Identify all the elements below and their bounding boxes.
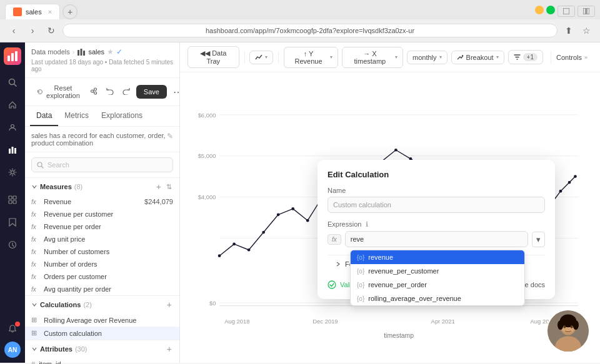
search-box: Search [25,152,179,178]
sidebar-data-icon[interactable] [2,140,22,160]
attr-item-id[interactable]: # item_id ··· [25,358,179,364]
save-button[interactable]: Save [136,85,167,99]
reset-exploration-button[interactable]: Reset exploration [35,82,84,102]
expression-input[interactable] [345,231,528,247]
controls-button[interactable]: Controls » [551,51,592,64]
ac-label: revenue_per_customer [368,267,439,275]
ac-icon: {o} [357,254,364,261]
user-avatar-icon[interactable]: AN [4,342,21,358]
tab-explorations[interactable]: Explorations [95,106,149,126]
measures-header[interactable]: Measures (8) + ⇅ [25,178,179,195]
filter-button[interactable]: +1 [508,50,543,64]
expression-dropdown-button[interactable]: ▾ [532,232,545,247]
breakout-icon [457,54,464,61]
add-calculation-button[interactable]: + [166,300,173,310]
sidebar-notification-icon[interactable] [2,319,22,339]
ac-icon: {o} [357,282,364,288]
calculations-section: Calculations (2) + ⊞ Rolling Average ove… [25,296,179,340]
x-axis-button[interactable]: → X timestamp ▾ [342,47,403,68]
autocomplete-item-rpc[interactable]: {o} revenue_per_customer [351,264,524,278]
new-tab-button[interactable]: + [62,4,78,19]
autocomplete-item-revenue[interactable]: {o} revenue [351,250,524,264]
sidebar-history-icon[interactable] [2,235,22,255]
add-measure-button[interactable]: + [155,182,162,192]
chevron-down-icon [31,302,38,308]
undo-icon [106,87,114,95]
browser-nav: ‹ › ↻ hashboard.com/app/m/7oxkmcoogfp-2d… [0,19,600,42]
star-icon[interactable]: ★ [107,47,114,56]
bookmark-nav-icon[interactable]: ☆ [579,23,594,38]
breadcrumb-arrow: › [72,48,75,56]
window-icon[interactable] [558,6,575,17]
measure-item-revenue[interactable]: fx Revenue $244,079 ··· [25,195,179,208]
svg-point-23 [94,92,96,94]
x-axis-label: → X timestamp [348,50,392,65]
measure-item-rpc[interactable]: fx Revenue per customer ··· [25,208,179,220]
granularity-button[interactable]: monthly ▾ [407,51,448,64]
svg-rect-9 [9,149,11,154]
measure-item-noc[interactable]: fx Number of customers ··· [25,245,179,258]
calc-item-custom[interactable]: ⊞ Custom calculation ··· [25,327,179,340]
refresh-button[interactable]: ↻ [44,23,59,38]
granularity-chevron: ▾ [439,54,442,60]
calculations-header[interactable]: Calculations (2) + [25,296,179,313]
breakout-button[interactable]: Breakout ▾ [451,51,504,64]
measure-item-opc[interactable]: fx Orders per customer ··· [25,270,179,283]
tab-metrics[interactable]: Metrics [58,106,95,126]
svg-rect-4 [11,53,14,61]
chart-type-button[interactable]: ▾ [249,51,273,64]
search-field[interactable]: Search [31,157,173,172]
minimize-button[interactable] [535,6,544,14]
attributes-header[interactable]: Attributes (30) + [25,340,179,358]
calculations-title: Calculations (2) [31,301,92,308]
name-input[interactable] [328,197,545,213]
y-axis-button[interactable]: ↑ Y Revenue ▾ [284,47,338,68]
sidebar-person-icon[interactable] [2,117,22,137]
measure-item-rpo[interactable]: fx Revenue per order ··· [25,220,179,233]
expression-row: fx ▾ {o} revenue {o} [328,231,545,247]
expression-info-icon[interactable]: ℹ [366,220,368,228]
sort-measures-button[interactable]: ⇅ [165,182,173,192]
undo-button[interactable] [104,85,116,99]
controls-label: Controls [556,54,582,61]
maximize-button[interactable] [546,6,555,14]
active-tab[interactable]: sales × [5,4,60,19]
measure-item-aqpo[interactable]: fx Avg quantity per order ··· [25,283,179,295]
calc-item-rolling[interactable]: ⊞ Rolling Average over Revenue ··· [25,313,179,327]
svg-rect-14 [13,196,16,199]
url-text: hashboard.com/app/m/7oxkmcoogfp-2dfa?exp… [206,27,414,34]
data-tray-button[interactable]: ◀◀ Data Tray [188,46,239,68]
url-bar[interactable]: hashboard.com/app/m/7oxkmcoogfp-2dfa?exp… [62,24,558,37]
window-controls [535,6,595,18]
measure-item-noo[interactable]: fx Number of orders ··· [25,258,179,270]
svg-rect-1 [583,8,586,14]
autocomplete-item-rpo[interactable]: {o} revenue_per_order [351,278,524,292]
sidebar-settings-icon[interactable] [2,162,22,182]
share-icon[interactable]: ⬆ [561,23,576,38]
forward-button[interactable]: › [25,23,40,38]
measure-item-aup[interactable]: fx Avg unit price ··· [25,233,179,245]
redo-button[interactable] [120,85,132,99]
share-link-button[interactable] [88,85,100,99]
toolbar-sep2 [278,51,279,64]
ac-icon: {o} [357,268,364,275]
sidebar-home-icon[interactable] [2,95,22,115]
back-button[interactable]: ‹ [6,23,21,38]
add-attribute-button[interactable]: + [166,344,173,354]
sidebar-search-icon[interactable] [2,72,22,92]
description-content: sales has a record for each customer, or… [31,132,167,147]
breadcrumb-parent[interactable]: Data models [31,48,70,56]
tab-close[interactable]: × [48,8,52,16]
chart-area: $6,000 $5,000 $4,000 $0 [180,72,600,363]
split-view-icon[interactable] [578,6,595,17]
autocomplete-item-rarv[interactable]: {o} rolling_average_over_revenue [351,292,524,305]
fx-icon: fx [31,224,40,230]
edit-description-icon[interactable]: ✎ [167,132,173,140]
tab-data[interactable]: Data [30,106,58,126]
sidebar-meta: Last updated 18 days ago • Data fetched … [31,59,173,72]
sidebar-bookmark-icon[interactable] [2,212,22,232]
main-area: ◀◀ Data Tray ▾ ↑ Y Revenue ▾ → X timesta… [180,42,600,363]
tab-label: sales [26,8,42,16]
sidebar-grid-icon[interactable] [2,190,22,210]
item-name: Revenue [44,198,141,205]
